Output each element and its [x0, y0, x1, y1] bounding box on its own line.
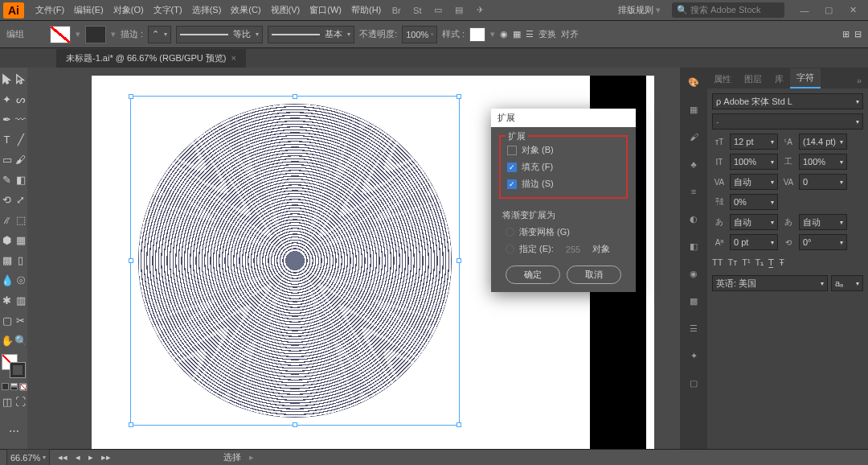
- slice-tool[interactable]: ✂: [14, 311, 27, 331]
- menu-type[interactable]: 文字(T): [149, 4, 187, 16]
- stroke-panel-icon[interactable]: ≡: [686, 183, 702, 200]
- tab-libraries[interactable]: 库: [768, 70, 790, 88]
- lasso-tool[interactable]: ᔕ: [14, 89, 27, 109]
- char-rotation[interactable]: 0°▾: [799, 234, 847, 250]
- perspective-tool[interactable]: ▦: [14, 230, 27, 250]
- eyedropper-tool[interactable]: 💧: [0, 270, 14, 290]
- menu-effect[interactable]: 效果(C): [226, 4, 265, 16]
- appearance-panel-icon[interactable]: ◉: [686, 265, 702, 282]
- graphic-styles-panel-icon[interactable]: ▩: [686, 293, 702, 309]
- hand-tool[interactable]: ✋: [0, 331, 14, 351]
- layers-panel-icon[interactable]: ☰: [686, 320, 702, 336]
- selection-tool[interactable]: [0, 69, 14, 89]
- nav-next[interactable]: ▸▸: [101, 452, 111, 463]
- bridge-icon[interactable]: Br: [387, 2, 405, 19]
- brushes-panel-icon[interactable]: 🖌: [686, 129, 702, 145]
- tracking[interactable]: 0▾: [799, 174, 847, 190]
- gradient-tool[interactable]: ▯: [14, 250, 27, 270]
- window-maximize[interactable]: ▢: [817, 2, 841, 19]
- font-size[interactable]: 12 pt▾: [730, 134, 778, 150]
- color-mode-switches[interactable]: [2, 383, 27, 390]
- nav-fwd[interactable]: ▸: [88, 452, 93, 463]
- align-icon[interactable]: ▦: [513, 29, 521, 39]
- panel-menu-icon[interactable]: »: [850, 72, 868, 88]
- brush-tool[interactable]: 🖌: [14, 150, 27, 170]
- menu-object[interactable]: 对象(O): [108, 4, 149, 16]
- scale-tool[interactable]: ⤢: [14, 190, 27, 210]
- free-transform-tool[interactable]: ⬚: [14, 210, 27, 230]
- transparency-panel-icon[interactable]: ◧: [686, 238, 702, 254]
- tab-character[interactable]: 字符: [790, 68, 821, 88]
- gradient-panel-icon[interactable]: ◐: [686, 211, 702, 227]
- subscript[interactable]: T₁: [755, 257, 764, 268]
- ok-button[interactable]: 确定: [506, 265, 560, 284]
- font-family[interactable]: ρ Adobe 宋体 Std L▾: [712, 93, 863, 109]
- color-panel-icon[interactable]: 🎨: [686, 74, 702, 90]
- search-stock[interactable]: 🔍 搜索 Adobe Stock: [672, 2, 784, 18]
- isolate-icon[interactable]: ⊞: [842, 29, 850, 39]
- tsume[interactable]: 0%▾: [730, 194, 778, 210]
- window-close[interactable]: ✕: [841, 2, 865, 19]
- style-swatch[interactable]: [469, 27, 485, 42]
- window-minimize[interactable]: —: [792, 2, 817, 19]
- stroke-swatch[interactable]: [85, 26, 106, 43]
- nav-back[interactable]: ◂: [76, 452, 80, 463]
- close-tab-icon[interactable]: ×: [231, 53, 235, 63]
- zoom-level[interactable]: 66.67%▾: [6, 449, 50, 466]
- menu-window[interactable]: 窗口(W): [305, 4, 346, 16]
- swatches-panel-icon[interactable]: ▦: [686, 101, 702, 117]
- brush-def[interactable]: 基本▾: [268, 26, 354, 43]
- kerning[interactable]: 自动▾: [730, 174, 778, 190]
- menu-help[interactable]: 帮助(H): [346, 4, 386, 16]
- direct-selection-tool[interactable]: [14, 69, 27, 89]
- type-tool[interactable]: T: [0, 130, 14, 150]
- fill-swatch[interactable]: [50, 26, 71, 43]
- rectangle-tool[interactable]: ▭: [0, 150, 14, 170]
- shaper-tool[interactable]: ✎: [0, 170, 14, 190]
- vertical-scale[interactable]: 100%▾: [730, 154, 778, 170]
- curvature-tool[interactable]: 〰: [14, 109, 27, 130]
- shape-builder-tool[interactable]: ⬢: [0, 230, 14, 250]
- align-label[interactable]: 对齐: [561, 28, 579, 40]
- mesh-tool[interactable]: ▩: [0, 250, 14, 270]
- more-icon[interactable]: ⊟: [854, 29, 862, 39]
- artboard-tool[interactable]: ▢: [0, 311, 14, 331]
- menu-select[interactable]: 选择(S): [187, 4, 227, 16]
- checkbox-fill[interactable]: ✓填充 (F): [504, 158, 623, 175]
- magic-wand-tool[interactable]: ✦: [0, 89, 14, 109]
- menu-file[interactable]: 文件(F): [31, 4, 69, 16]
- stock-icon[interactable]: St: [408, 2, 426, 19]
- cancel-button[interactable]: 取消: [567, 265, 621, 284]
- blend-tool[interactable]: ⦾: [14, 270, 27, 290]
- nav-prev[interactable]: ◂◂: [58, 452, 68, 463]
- allcaps[interactable]: TT: [712, 257, 723, 268]
- checkbox-stroke[interactable]: ✓描边 (S): [504, 175, 623, 192]
- width-tool[interactable]: ⫽: [0, 210, 14, 230]
- graph-tool[interactable]: ▥: [14, 290, 27, 311]
- asset-panel-icon[interactable]: ✦: [686, 348, 702, 364]
- recolor-icon[interactable]: ◉: [500, 29, 508, 39]
- aki-right[interactable]: 自动▾: [799, 214, 847, 230]
- font-style[interactable]: -▾: [712, 113, 863, 130]
- artboards-panel-icon[interactable]: ▢: [686, 375, 702, 391]
- stroke-color[interactable]: [10, 362, 26, 378]
- arrange-icon[interactable]: ▭: [429, 2, 447, 19]
- zoom-tool[interactable]: 🔍: [14, 331, 27, 351]
- typography-rules[interactable]: 排版规则 ▾: [613, 4, 665, 16]
- rocket-icon[interactable]: ✈: [471, 2, 489, 19]
- draw-mode[interactable]: ◫: [0, 392, 14, 412]
- stroke-profile[interactable]: 等比▾: [176, 26, 263, 43]
- line-tool[interactable]: ╱: [14, 130, 27, 150]
- fill-stroke-control[interactable]: [2, 354, 26, 378]
- horizontal-scale[interactable]: 100%▾: [799, 154, 847, 170]
- edit-toolbar[interactable]: ⋯: [0, 412, 27, 449]
- superscript[interactable]: T¹: [742, 257, 750, 268]
- document-tab[interactable]: 未标题-1.ai* @ 66.67% (RGB/GPU 预览) ×: [56, 49, 246, 68]
- rotate-tool[interactable]: ⟲: [0, 190, 14, 210]
- menu-view[interactable]: 视图(V): [266, 4, 305, 16]
- shape-icon[interactable]: ☰: [526, 29, 534, 39]
- leading[interactable]: (14.4 pt)▾: [799, 134, 847, 150]
- smallcaps[interactable]: Tт: [727, 257, 737, 268]
- eraser-tool[interactable]: ◧: [14, 170, 27, 190]
- anti-alias[interactable]: aₐ▾: [831, 275, 863, 291]
